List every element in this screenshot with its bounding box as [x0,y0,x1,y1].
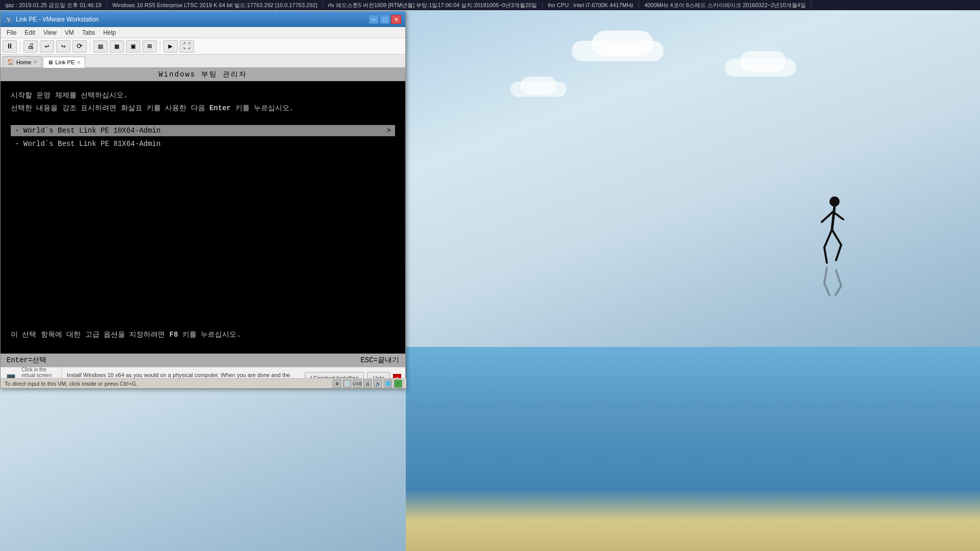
taskbar-os: Windows 10 RS5 Enterprise LTSC 2019 K 64… [107,2,323,9]
home-icon: 🏠 [7,59,14,65]
restore-button[interactable]: □ [380,15,390,24]
bottom-icon-settings[interactable]: ✓ [394,380,402,388]
svg-line-4 [824,230,832,247]
svg-line-15 [836,270,841,286]
boot-option-1-arrow: > [387,127,391,135]
boot-enter-label: Enter=선택 [7,356,46,365]
svg-line-13 [824,268,827,283]
toolbar-redo[interactable]: ↪ [56,40,70,53]
instruction-line1: 시작할 운영 체제를 선택하십시오. [11,89,395,102]
toolbar-undo[interactable]: ↩ [40,40,54,53]
svg-line-1 [832,207,835,230]
toolbar-layout2[interactable]: ▦ [110,40,124,53]
taskbar-cpu: ihn CPU : Intel i7-6700K 4417MHz [543,2,639,8]
bottom-icon-sound[interactable]: 🔊 [374,380,382,388]
vm-content[interactable]: Windows 부팅 관리자 시작할 운영 체제를 선택하십시오. 선택한 내용… [1,68,405,367]
svg-text:V: V [7,17,11,22]
svg-line-7 [836,245,841,260]
menu-edit[interactable]: Edit [20,28,39,37]
boot-esc-label: ESC=끝내기 [360,356,399,365]
tab-linkpe[interactable]: 🖥 Link PE ✕ [43,57,85,68]
runner-silhouette [812,194,852,286]
boot-body: 시작할 운영 체제를 선택하십시오. 선택한 내용을 강조 표시하려면 화살표 … [1,81,405,354]
tab-home-label: Home [16,59,31,65]
toolbar-layout1[interactable]: ▤ [93,40,108,53]
menu-bar: File Edit View VM Tabs Help [1,27,405,38]
tab-linkpe-label: Link PE [55,59,75,65]
bottom-icon-usb[interactable]: USB [353,380,361,388]
bottom-icon-disk[interactable]: 💿 [343,380,351,388]
minimize-button[interactable]: ─ [369,15,379,24]
toolbar-pause[interactable]: ⏸ [3,40,17,53]
tab-home[interactable]: 🏠 Home ✕ [3,56,42,67]
toolbar-layout4[interactable]: ⊞ [142,40,157,53]
boot-manager-header: Windows 부팅 관리자 [1,68,405,81]
svg-line-12 [824,283,832,296]
boot-option-2-label: - World`s Best Link PE 81X64-Admin [15,140,161,148]
instruction-line2: 선택한 내용을 강조 표시하려면 화살표 키를 사용한 다음 Enter 키를 … [11,102,395,115]
toolbar-refresh[interactable]: ⟳ [72,40,87,53]
svg-line-14 [832,286,841,296]
direct-input-message: To direct input to this VM, click inside… [5,381,138,387]
bottom-icon-network[interactable]: 🌐 [384,380,392,388]
bottom-bar: To direct input to this VM, click inside… [1,378,406,388]
taskbar-mem: 4000MHz 4코어 8스레드 스카이레이크 20160322~2년10개월4… [639,2,811,9]
vmware-icon: V [5,15,13,23]
taskbar-rfv: rfv 레드스톤5 버전1809 [RTM년월] 부팅:1일17:06:04 설… [323,2,543,9]
window-controls[interactable]: ─ □ ✕ [369,15,401,24]
bottom-icons: 🖥 💿 USB 🖨 🔊 🌐 ✓ [333,380,402,388]
toolbar-layout3[interactable]: ▣ [126,40,140,53]
bottom-icon-monitor[interactable]: 🖥 [333,380,341,388]
taskbar-datetime: qaz : 2019.01.25 금요일 오후 01:46:19 [0,2,107,9]
toolbar-fullscreen[interactable]: ⛶ [180,40,194,53]
toolbar: ⏸ 🖨 ↩ ↪ ⟳ ▤ ▦ ▣ ⊞ ▶ ⛶ [1,38,405,55]
menu-help[interactable]: Help [99,28,120,37]
boot-option-1[interactable]: - World`s Best Link PE 10X64-Admin > [11,125,395,136]
toolbar-print[interactable]: 🖨 [23,40,38,53]
toolbar-sep2 [90,41,90,52]
title-bar[interactable]: V Link PE - VMware Workstation ─ □ ✕ [1,12,405,27]
menu-vm[interactable]: VM [61,28,78,37]
tab-linkpe-close[interactable]: ✕ [77,60,81,65]
tab-home-close[interactable]: ✕ [33,59,37,65]
boot-instruction: 시작할 운영 체제를 선택하십시오. 선택한 내용을 강조 표시하려면 화살표 … [11,89,395,115]
svg-line-5 [824,247,827,263]
tab-bar: 🏠 Home ✕ 🖥 Link PE ✕ [1,55,405,68]
vm-icon: 🖥 [47,59,53,65]
boot-option-1-label: - World`s Best Link PE 10X64-Admin [15,127,161,135]
menu-file[interactable]: File [3,28,20,37]
bottom-icon-printer[interactable]: 🖨 [363,380,372,388]
boot-option-2[interactable]: - World`s Best Link PE 81X64-Admin [11,138,395,149]
toolbar-sep1 [20,41,20,52]
toolbar-play[interactable]: ▶ [163,40,178,53]
toolbar-sep3 [160,41,160,52]
vmware-window: V Link PE - VMware Workstation ─ □ ✕ Fil… [0,11,406,389]
svg-line-6 [832,230,841,245]
boot-footer-text: 이 선택 항목에 대한 고급 옵션을 지정하려면 F8 키를 누르십시오. [11,329,395,341]
boot-screen: Windows 부팅 관리자 시작할 운영 체제를 선택하십시오. 선택한 내용… [1,68,405,367]
close-button[interactable]: ✕ [391,15,401,24]
beach [406,490,980,551]
svg-line-2 [822,212,833,222]
window-title: Link PE - VMware Workstation [16,16,369,23]
menu-view[interactable]: View [39,28,61,37]
menu-tabs[interactable]: Tabs [78,28,99,37]
boot-bottom-bar: Enter=선택 ESC=끝내기 [1,354,405,367]
taskbar-top: qaz : 2019.01.25 금요일 오후 01:46:19 Windows… [0,0,980,10]
svg-point-0 [829,196,840,207]
